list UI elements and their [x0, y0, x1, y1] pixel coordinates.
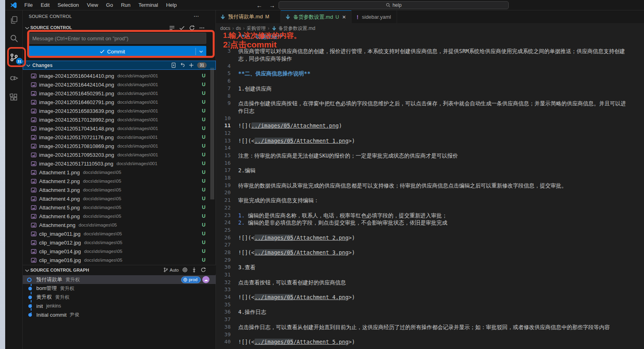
line-content: ![](<../images/05/Attachment 1.png>)	[238, 137, 355, 145]
menu-bar: FileEditSelectionViewGoRunTerminalHelp	[20, 0, 181, 10]
breadcrumb-item[interactable]: ds	[236, 26, 241, 31]
explorer-icon[interactable]	[9, 15, 19, 25]
changes-file-row[interactable]: image-20241205160441410.png docs\ds\imag…	[23, 71, 216, 80]
back-arrow-icon[interactable]: ←	[256, 2, 263, 9]
file-status-untracked: U	[202, 108, 205, 114]
changes-file-row[interactable]: image-20241205170810869.png docs\ds\imag…	[23, 142, 216, 150]
scm-graph-header[interactable]: SOURCE CONTROL GRAPH Auto	[23, 265, 216, 274]
changes-file-row[interactable]: clip_image012.jpg docs\ds\images\05 U	[23, 238, 216, 247]
changes-file-row[interactable]: clip_image016.jpg docs\ds\images\05 U	[23, 256, 216, 264]
editor-line: 12	[216, 130, 644, 137]
close-icon[interactable]: ✕	[342, 14, 346, 20]
changes-file-row[interactable]: Attachment 4.png docs\ds\images\05 U	[23, 194, 216, 203]
changes-file-row[interactable]: clip_image011.jpg docs\ds\images\05 U	[23, 229, 216, 238]
breadcrumb-file[interactable]: 备货参数设置.md	[271, 25, 315, 32]
forward-arrow-icon[interactable]: →	[269, 2, 276, 9]
line-number: 32	[216, 279, 231, 286]
changes-file-row[interactable]: Attachment 6.png docs\ds\images\05 U	[23, 212, 216, 221]
editor-tab[interactable]: ! 备货参数设置.md U ✕	[281, 10, 352, 23]
menu-item[interactable]: View	[83, 0, 102, 10]
commit-message-input[interactable]	[29, 33, 206, 44]
changes-file-row[interactable]: image-20241205171110503.png docs\ds\imag…	[23, 159, 216, 168]
changes-file-row[interactable]: image-20241205165833639.png docs\ds\imag…	[23, 106, 216, 115]
menu-item[interactable]: Help	[162, 0, 181, 10]
commit-author: 黄升权	[65, 276, 80, 283]
editor-tab[interactable]: ! 预付请款单.md M ✕	[216, 10, 281, 23]
line-number: 5	[216, 70, 231, 77]
breadcrumb[interactable]: docs›ds›采购管理›备货参数设置.md	[216, 24, 315, 33]
view-and-sort-icon[interactable]	[169, 25, 175, 31]
stage-all-changes-icon[interactable]	[188, 62, 194, 68]
changes-file-row[interactable]: image-20241205164502951.png docs\ds\imag…	[23, 89, 216, 98]
breadcrumb-item[interactable]: 采购管理	[247, 25, 266, 32]
more-actions-icon[interactable]: ⋯	[194, 13, 200, 19]
run-debug-icon[interactable]	[9, 73, 19, 83]
editor-line: 38 点击操作日志，可以查看从创建开始直到目前为止，这供应商经历了过的所有操作都…	[216, 323, 644, 331]
changes-file-row[interactable]: image-20241205170721176.png docs\ds\imag…	[23, 133, 216, 142]
discard-all-changes-icon[interactable]	[180, 62, 186, 68]
editor-content[interactable]: 1 **一、功能介绍** 2 3 供应商管理可以对供应商信息的创建，报价进行管理…	[216, 33, 644, 346]
changes-file-row[interactable]: image-20241205164602791.png docs\ds\imag…	[23, 98, 216, 106]
sidebar-scrollbar[interactable]	[210, 68, 214, 199]
editor-line: 7 1.创建供应商	[216, 85, 644, 93]
menu-item[interactable]: File	[20, 0, 37, 10]
line-number: 33	[216, 286, 231, 294]
changes-file-row[interactable]: Attachment 2.png docs\ds\images\05 U	[23, 177, 216, 185]
changes-file-row[interactable]: clip_image014.jpg docs\ds\images\05 U	[23, 247, 216, 256]
commit-check-icon[interactable]	[179, 25, 185, 31]
changes-file-row[interactable]: Attachment 5.png docs\ds\images\05 U	[23, 203, 216, 212]
refresh-icon[interactable]	[200, 267, 206, 273]
menu-item[interactable]: Selection	[53, 0, 83, 10]
file-path: docs\ds\images\001	[117, 73, 158, 78]
scm-graph-commit-row[interactable]: 黄升权 黄升权 ☁	[23, 293, 216, 302]
open-all-changes-icon[interactable]	[171, 62, 177, 68]
fetch-icon[interactable]	[191, 267, 197, 273]
image-file-icon	[31, 205, 37, 211]
breadcrumb-item[interactable]: docs	[220, 26, 230, 31]
commit-button[interactable]: Commit	[29, 46, 206, 57]
menu-item[interactable]: Run	[117, 0, 134, 10]
file-name: image-20241205171110503.png	[39, 161, 113, 167]
tab-title: sidebar.yaml	[362, 14, 391, 20]
changes-file-row[interactable]: image-20241205170953203.png docs\ds\imag…	[23, 150, 216, 159]
file-path: docs\ds\images\05	[84, 249, 122, 254]
changes-file-row[interactable]: Attachment 3.png docs\ds\images\05 U	[23, 185, 216, 194]
changes-section-header[interactable]: Changes 31	[23, 61, 216, 70]
menu-item[interactable]: Go	[102, 0, 117, 10]
refresh-icon[interactable]	[189, 25, 195, 31]
commit-dropdown-button[interactable]	[196, 49, 206, 54]
file-path: docs\ds\images\05	[83, 170, 121, 175]
scm-graph-commit-row[interactable]: 预付请款单 黄升权 prod ☁	[23, 275, 216, 284]
scm-graph-commit-row[interactable]: Initial commit 尹俊 ☁	[23, 310, 216, 319]
line-number: 11	[216, 122, 231, 130]
changes-file-row[interactable]: Attachment.png docs\ds\images\05 U	[23, 221, 216, 229]
command-center-search[interactable]: help	[279, 1, 509, 9]
editor-line: 32 点击查看按钮，可以查看创建好的供应商信息	[216, 279, 644, 286]
more-actions-icon[interactable]	[199, 25, 205, 31]
line-number: 37	[216, 316, 231, 323]
graph-auto-toggle[interactable]: Auto	[163, 267, 179, 272]
menu-item[interactable]: Edit	[37, 0, 53, 10]
editor-line: 36 4.操作日志	[216, 308, 644, 316]
line-number: 22	[216, 204, 231, 212]
scm-provider-header[interactable]: SOURCE CONTROL	[23, 24, 215, 32]
file-status-untracked: U	[202, 170, 205, 175]
scm-graph-commit-row[interactable]: bom管理 黄升权 ☁	[23, 284, 216, 293]
changes-file-row[interactable]: image-20241205170128992.png docs\ds\imag…	[23, 115, 216, 124]
changes-file-row[interactable]: image-20241205170434148.png docs\ds\imag…	[23, 124, 216, 133]
scm-changes-badge: 31	[16, 58, 23, 65]
menu-item[interactable]: Terminal	[134, 0, 162, 10]
editor-tab[interactable]: ! sidebar.yaml ✕	[352, 10, 397, 23]
chevron-right-icon: ›	[243, 26, 245, 31]
branch-ref-badge: prod	[181, 276, 201, 283]
commit-node-icon	[28, 304, 32, 308]
changes-file-row[interactable]: image-20241205164424104.png docs\ds\imag…	[23, 80, 216, 89]
scm-graph-commit-row[interactable]: init jenkins ☁	[23, 302, 216, 310]
extensions-icon[interactable]	[9, 93, 19, 102]
image-file-icon	[31, 248, 37, 254]
target-icon[interactable]	[182, 267, 188, 273]
search-sidebar-icon[interactable]	[9, 34, 19, 43]
changes-file-row[interactable]: Attachment 1.png docs\ds\images\05 U	[23, 168, 216, 177]
line-content: 1.创建供应商	[238, 85, 272, 93]
file-name: image-20241205164502951.png	[39, 91, 114, 97]
